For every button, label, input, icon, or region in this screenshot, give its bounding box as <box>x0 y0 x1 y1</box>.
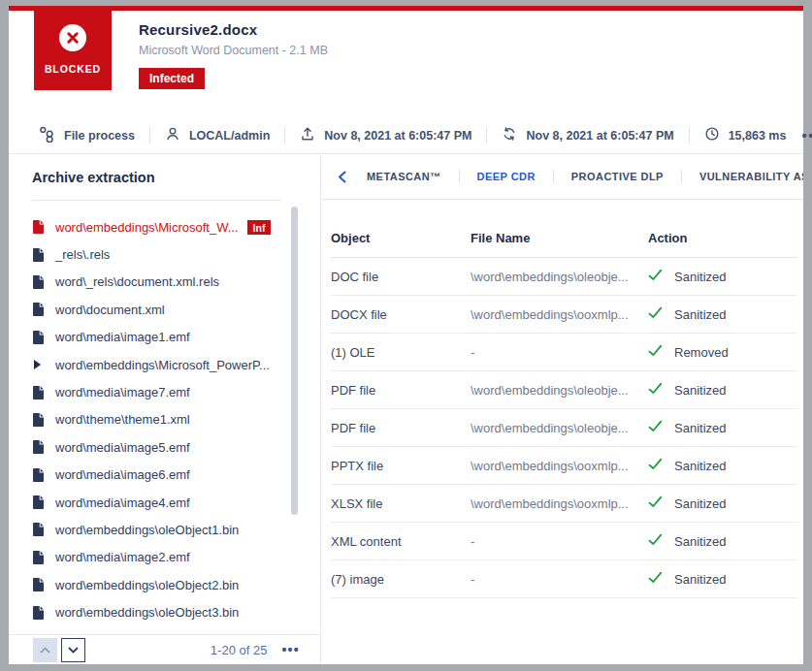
action-label: Sanitized <box>674 270 726 284</box>
file-icon <box>32 385 45 400</box>
archive-file-label: word\theme\theme1.xml <box>55 412 190 427</box>
upload-time-item[interactable]: Nov 8, 2021 at 6:05:47 PM <box>300 126 471 144</box>
check-icon <box>648 344 663 360</box>
page-up-button[interactable] <box>33 638 57 662</box>
action-cell: Sanitized <box>648 382 797 398</box>
file-name-cell: \word\embeddings\oleobje... <box>471 383 648 398</box>
result-tab[interactable]: METASCAN™ <box>367 171 441 182</box>
page-title: Recursive2.docx <box>139 21 803 38</box>
archive-file-item[interactable]: word\embeddings\oleObject1.bin <box>32 516 320 543</box>
file-name-cell: - <box>471 534 648 549</box>
file-icon <box>32 577 45 592</box>
file-icon <box>32 605 45 621</box>
rescan-time-item[interactable]: Nov 8, 2021 at 6:05:47 PM <box>502 126 673 144</box>
object-cell: XML content <box>331 534 471 549</box>
process-meta-toolbar: File process LOCAL/admin <box>9 117 803 154</box>
action-label: Sanitized <box>674 421 726 435</box>
refresh-icon <box>502 126 517 144</box>
archive-file-item[interactable]: word\embeddings\oleObject3.bin <box>32 598 320 625</box>
upload-time-label: Nov 8, 2021 at 6:05:47 PM <box>324 129 471 143</box>
tab-divider <box>553 170 554 183</box>
archive-file-item[interactable]: word\media\image5.emf <box>32 433 320 461</box>
inf-badge: Inf <box>247 220 272 235</box>
table-row: XML content - Sanitized <box>331 523 797 560</box>
x-circle-icon <box>58 23 87 56</box>
object-cell: PPTX file <box>331 459 471 473</box>
result-tab[interactable]: VULNERABILITY ASSESSMENT <box>699 171 803 182</box>
table-row: PDF file \word\embeddings\oleobje... San… <box>331 371 797 409</box>
check-icon <box>648 269 663 284</box>
scan-results-panel: METASCAN™ DEEP CDR PROACTIVE DLP VULNERA… <box>321 154 803 664</box>
chevron-left-icon[interactable] <box>338 171 346 183</box>
archive-file-label: word\embeddings\Microsoft_W... <box>55 220 239 235</box>
archive-file-label: word\embeddings\Microsoft_PowerP... <box>55 358 270 372</box>
object-cell: PDF file <box>331 383 471 398</box>
archive-file-item[interactable]: word\theme\theme1.xml <box>32 406 320 433</box>
file-meta: Microsoft Word Document - 2.1 MB <box>139 44 803 57</box>
content-area: Archive extraction word\em <box>9 154 803 664</box>
column-header-file-name: File Name <box>471 231 648 245</box>
file-info: Recursive2.docx Microsoft Word Document … <box>9 11 803 89</box>
action-cell: Sanitized <box>648 533 797 549</box>
action-label: Sanitized <box>674 383 726 398</box>
action-cell: Sanitized <box>648 458 797 473</box>
archive-file-item[interactable]: word\media\image7.emf <box>32 378 320 405</box>
file-name-cell: \word\embeddings\ooxmlp... <box>471 496 648 511</box>
file-icon <box>32 274 45 290</box>
archive-file-item[interactable]: word\media\image6.emf <box>32 462 320 489</box>
archive-file-label: word\media\image7.emf <box>55 385 190 399</box>
object-cell: DOCX file <box>331 307 471 322</box>
toolbar-divider <box>689 127 690 144</box>
archive-file-item[interactable]: word\document.xml <box>32 296 320 323</box>
archive-file-item[interactable]: word\media\image2.emf <box>32 544 320 571</box>
archive-file-item[interactable]: word\embeddings\Microsoft_PowerP... <box>32 351 320 378</box>
toolbar-more-button[interactable]: ••• <box>801 132 812 140</box>
duration-item[interactable]: 15,863 ms <box>704 126 787 144</box>
archive-file-item[interactable]: word\embeddings\oleObject2.bin <box>32 571 320 598</box>
action-cell: Sanitized <box>648 269 797 284</box>
sidebar-scrollbar[interactable] <box>291 207 298 515</box>
result-tab[interactable]: DEEP CDR <box>477 171 536 182</box>
archive-file-item[interactable]: word\media\image1.emf <box>32 324 320 351</box>
archive-file-item[interactable]: word\media\image4.emf <box>32 489 320 516</box>
file-icon <box>32 495 45 510</box>
table-row: DOCX file \word\embeddings\ooxmlp... San… <box>331 296 797 334</box>
file-name-cell: \word\embeddings\ooxmlp... <box>471 307 648 322</box>
toolbar-divider <box>149 127 150 144</box>
column-header-object: Object <box>331 231 471 245</box>
check-icon <box>648 533 663 549</box>
pagination-range: 1-20 of 25 <box>211 643 268 657</box>
file-icon <box>32 550 45 565</box>
table-row: (1) OLE - Removed <box>331 334 797 371</box>
archive-file-item[interactable]: _rels\.rels <box>32 240 320 268</box>
duration-label: 15,863 ms <box>729 129 787 143</box>
page-down-button[interactable] <box>61 638 85 662</box>
file-process-item[interactable]: File process <box>39 126 135 145</box>
action-cell: Removed <box>648 344 797 360</box>
action-label: Sanitized <box>674 534 726 549</box>
file-icon <box>32 219 45 235</box>
file-process-label: File process <box>64 129 135 143</box>
archive-file-label: word\embeddings\oleObject2.bin <box>55 578 239 592</box>
file-header: BLOCKED Recursive2.docx Microsoft Word D… <box>9 11 803 117</box>
check-icon <box>648 495 663 511</box>
sidebar-pagination: 1-20 of 25 ••• <box>9 634 320 664</box>
caret-right-icon[interactable] <box>32 360 45 369</box>
file-name-cell: - <box>471 572 648 587</box>
blocked-label: BLOCKED <box>45 63 101 75</box>
user-item[interactable]: LOCAL/admin <box>165 126 270 144</box>
pagination-more-button[interactable]: ••• <box>281 646 300 654</box>
archive-file-label: word\media\image2.emf <box>55 550 190 564</box>
archive-file-label: word\embeddings\oleObject1.bin <box>55 523 239 537</box>
toolbar-divider <box>284 127 285 144</box>
archive-file-item[interactable]: word\embeddings\Microsoft_W... Inf <box>32 213 320 240</box>
table-row: (7) image - Sanitized <box>331 560 797 598</box>
file-name-cell: \word\embeddings\oleobje... <box>471 270 648 284</box>
archive-file-item[interactable]: word\_rels\document.xml.rels <box>32 269 320 296</box>
user-icon <box>165 126 180 144</box>
table-header-row: Object File Name Action <box>331 218 797 258</box>
action-cell: Sanitized <box>648 571 797 587</box>
action-cell: Sanitized <box>648 495 797 511</box>
result-tab[interactable]: PROACTIVE DLP <box>571 171 664 182</box>
file-icon <box>32 330 45 345</box>
